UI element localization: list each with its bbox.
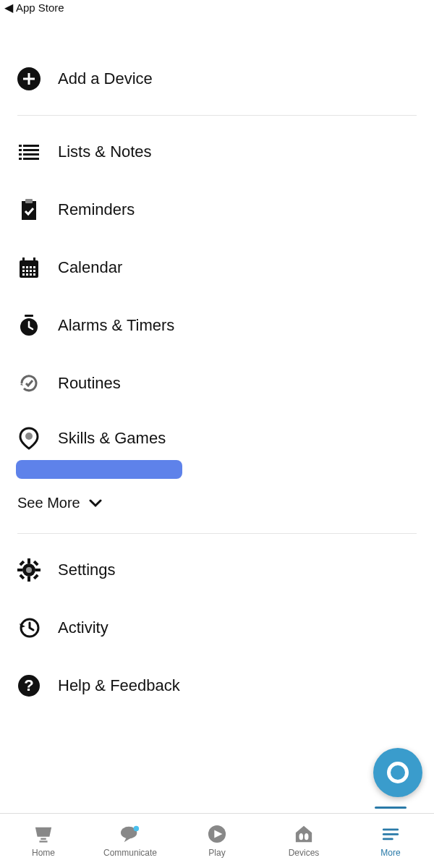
add-a-device-label: Add a Device	[58, 69, 153, 88]
svg-rect-4	[23, 145, 39, 147]
svg-rect-37	[33, 574, 39, 579]
svg-point-50	[305, 833, 309, 840]
menu-item-label: Help & Feedback	[58, 676, 180, 695]
svg-rect-44	[41, 838, 46, 839]
svg-rect-15	[33, 258, 35, 263]
skills-pin-icon	[17, 427, 41, 450]
svg-rect-52	[383, 833, 399, 835]
svg-rect-36	[19, 561, 25, 566]
tab-label: Home	[32, 848, 55, 858]
lists-notes-row[interactable]: Lists & Notes	[17, 123, 417, 181]
divider	[17, 115, 417, 116]
menu-item-label: Routines	[58, 374, 121, 393]
svg-rect-51	[383, 828, 399, 830]
tab-communicate[interactable]: Communicate	[87, 814, 174, 868]
svg-rect-32	[27, 558, 30, 563]
divider	[17, 533, 417, 534]
svg-rect-39	[19, 574, 25, 579]
svg-rect-3	[19, 145, 22, 147]
calendar-icon	[17, 256, 41, 279]
svg-rect-26	[30, 273, 32, 276]
chevron-down-icon	[89, 495, 102, 511]
svg-rect-38	[33, 561, 39, 566]
svg-rect-18	[30, 266, 32, 268]
see-more-toggle[interactable]: See More	[17, 486, 417, 526]
svg-rect-16	[22, 266, 25, 268]
back-label: App Store	[16, 1, 64, 14]
svg-rect-9	[19, 158, 22, 160]
svg-point-49	[299, 833, 304, 840]
svg-rect-19	[33, 266, 35, 268]
devices-icon	[293, 825, 315, 843]
svg-rect-17	[26, 266, 28, 268]
alexa-voice-button[interactable]	[373, 748, 422, 797]
alarms-timers-row[interactable]: Alarms & Timers	[17, 297, 417, 354]
svg-rect-6	[23, 149, 39, 151]
svg-rect-35	[35, 569, 41, 571]
menu-item-label: Reminders	[58, 200, 135, 219]
svg-rect-5	[19, 149, 22, 151]
add-a-device-row[interactable]: Add a Device	[17, 50, 417, 108]
svg-rect-10	[23, 158, 39, 160]
svg-rect-21	[26, 270, 28, 272]
alexa-ring-icon	[387, 762, 409, 783]
svg-rect-53	[383, 838, 393, 840]
tab-more[interactable]: More	[347, 814, 434, 868]
svg-rect-11	[22, 201, 36, 220]
menu-lines-icon	[380, 825, 401, 843]
svg-rect-12	[25, 199, 33, 203]
tab-play[interactable]: Play	[174, 814, 260, 868]
activity-row[interactable]: Activity	[17, 599, 417, 657]
back-caret-icon: ◀	[4, 2, 13, 14]
skills-games-row[interactable]: Skills & Games	[17, 412, 417, 464]
back-to-app-store[interactable]: ◀ App Store	[0, 0, 434, 14]
tab-devices[interactable]: Devices	[260, 814, 347, 868]
routines-row[interactable]: Routines	[17, 354, 417, 412]
tab-label: More	[380, 848, 400, 858]
svg-point-40	[26, 567, 32, 573]
menu-item-label: Lists & Notes	[58, 142, 152, 161]
menu-item-label: Alarms & Timers	[58, 316, 174, 335]
see-more-label: See More	[17, 495, 80, 511]
settings-row[interactable]: Settings	[17, 541, 417, 599]
menu-item-label: Activity	[58, 618, 109, 637]
svg-rect-33	[27, 576, 30, 582]
menu-item-label: Skills & Games	[58, 429, 166, 448]
svg-rect-28	[25, 315, 33, 317]
tab-label: Devices	[289, 848, 320, 858]
tab-label: Communicate	[103, 848, 157, 858]
reminders-row[interactable]: Reminders	[17, 181, 417, 239]
svg-rect-23	[33, 270, 35, 272]
svg-rect-45	[39, 841, 47, 842]
clipboard-check-icon	[17, 198, 41, 221]
help-feedback-row[interactable]: ? Help & Feedback	[17, 657, 417, 715]
svg-rect-7	[19, 153, 22, 156]
list-icon	[17, 140, 41, 163]
alarm-clock-icon	[17, 314, 41, 337]
tab-label: Play	[208, 848, 225, 858]
history-icon	[17, 616, 41, 639]
svg-rect-2	[23, 78, 35, 80]
svg-point-47	[134, 825, 139, 830]
svg-rect-8	[23, 153, 39, 156]
svg-rect-13	[20, 260, 38, 278]
svg-rect-27	[33, 273, 35, 276]
menu-item-label: Calendar	[58, 258, 122, 277]
menu-item-label: Settings	[58, 561, 116, 579]
plus-circle-icon	[17, 67, 41, 90]
bottom-tab-bar: Home Communicate Play Devices More	[0, 813, 434, 868]
play-circle-icon	[206, 825, 228, 843]
svg-rect-20	[22, 270, 25, 272]
calendar-row[interactable]: Calendar	[17, 239, 417, 297]
svg-rect-34	[17, 569, 22, 571]
svg-point-30	[25, 433, 33, 440]
svg-rect-25	[26, 273, 28, 276]
home-icon	[33, 825, 54, 843]
help-circle-icon: ?	[17, 674, 41, 697]
svg-text:?: ?	[24, 676, 33, 694]
redaction-scribble	[16, 460, 182, 479]
chat-bubble-icon	[119, 825, 141, 843]
svg-rect-22	[30, 270, 32, 272]
routines-icon	[17, 372, 41, 395]
tab-home[interactable]: Home	[0, 814, 87, 868]
